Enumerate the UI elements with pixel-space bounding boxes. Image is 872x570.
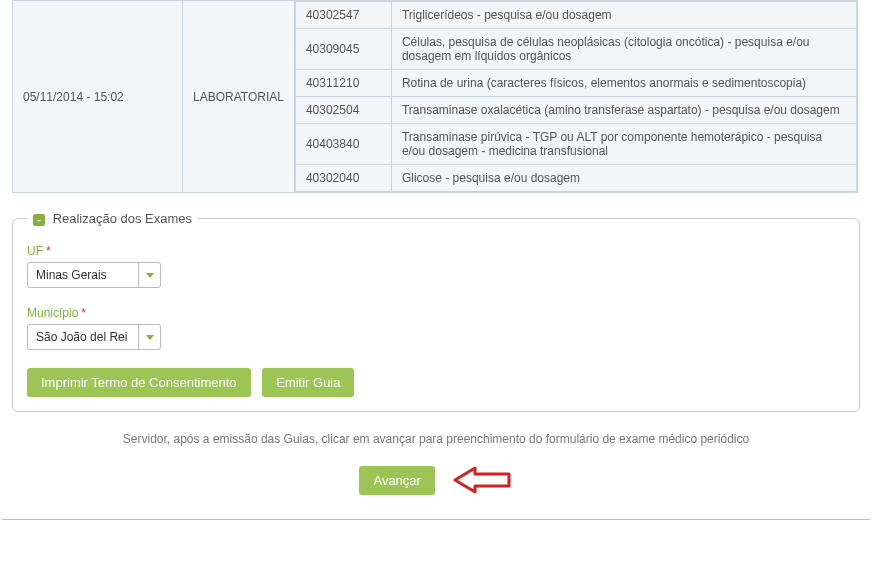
exam-desc-cell: Rotina de urina (caracteres físicos, ele…	[391, 70, 856, 97]
exam-desc-cell: Triglicerídeos - pesquisa e/ou dosagem	[391, 2, 856, 29]
action-buttons-row: Imprimir Termo de Consentimento Emitir G…	[27, 368, 845, 397]
municipio-select-chevron[interactable]	[138, 325, 160, 349]
exam-date-cell: 05/11/2014 - 15:02	[13, 1, 183, 193]
exam-desc-cell: Transaminase pirúvica - TGP ou ALT por c…	[391, 124, 856, 165]
footer-divider	[2, 519, 870, 520]
exam-code-cell: 40311210	[295, 70, 391, 97]
municipio-label: Município*	[27, 306, 845, 320]
exam-desc-cell: Glicose - pesquisa e/ou dosagem	[391, 165, 856, 192]
exam-code-cell: 40309045	[295, 29, 391, 70]
uf-select-value: Minas Gerais	[28, 268, 138, 282]
uf-field: UF* Minas Gerais	[27, 244, 845, 288]
exam-items-table: 40302547Triglicerídeos - pesquisa e/ou d…	[295, 1, 857, 192]
print-consent-button[interactable]: Imprimir Termo de Consentimento	[27, 368, 251, 397]
fieldset-legend: - Realização dos Exames	[27, 211, 198, 226]
exam-code-cell: 40302547	[295, 2, 391, 29]
exams-location-fieldset: - Realização dos Exames UF* Minas Gerais…	[12, 211, 860, 412]
municipio-field: Município* São João del Rei	[27, 306, 845, 350]
advance-row: Avançar	[0, 464, 872, 499]
exam-code-cell: 40302040	[295, 165, 391, 192]
exam-desc-cell: Células, pesquisa de células neoplásicas…	[391, 29, 856, 70]
arrow-left-icon	[453, 464, 513, 496]
instruction-text: Servidor, após a emissão das Guias, clic…	[0, 432, 872, 446]
exam-item-row: 40309045Células, pesquisa de células neo…	[295, 29, 856, 70]
emit-guide-button[interactable]: Emitir Guia	[262, 368, 354, 397]
municipio-select-value: São João del Rei	[28, 330, 138, 344]
exam-category-cell: LABORATORIAL	[183, 1, 295, 193]
exam-code-cell: 40403840	[295, 124, 391, 165]
exam-group-row: 05/11/2014 - 15:02 LABORATORIAL 40302547…	[13, 1, 858, 193]
collapse-icon[interactable]: -	[33, 214, 45, 226]
uf-select[interactable]: Minas Gerais	[27, 262, 161, 288]
exam-code-cell: 40302504	[295, 97, 391, 124]
exam-item-row: 40302547Triglicerídeos - pesquisa e/ou d…	[295, 2, 856, 29]
exam-desc-cell: Transaminase oxalacética (amino transfer…	[391, 97, 856, 124]
exam-item-row: 40302504Transaminase oxalacética (amino …	[295, 97, 856, 124]
exam-item-row: 40311210Rotina de urina (caracteres físi…	[295, 70, 856, 97]
municipio-select[interactable]: São João del Rei	[27, 324, 161, 350]
required-mark: *	[81, 306, 86, 320]
advance-button[interactable]: Avançar	[359, 466, 434, 495]
chevron-down-icon	[146, 273, 154, 278]
required-mark: *	[46, 244, 51, 258]
chevron-down-icon	[146, 335, 154, 340]
svg-marker-0	[455, 468, 509, 492]
fieldset-legend-text: Realização dos Exames	[53, 211, 192, 226]
exam-items-cell: 40302547Triglicerídeos - pesquisa e/ou d…	[294, 1, 857, 193]
uf-select-chevron[interactable]	[138, 263, 160, 287]
arrow-annotation	[453, 464, 513, 499]
exam-item-row: 40403840Transaminase pirúvica - TGP ou A…	[295, 124, 856, 165]
uf-label: UF*	[27, 244, 845, 258]
exam-item-row: 40302040Glicose - pesquisa e/ou dosagem	[295, 165, 856, 192]
exam-group-table: 05/11/2014 - 15:02 LABORATORIAL 40302547…	[12, 0, 858, 193]
